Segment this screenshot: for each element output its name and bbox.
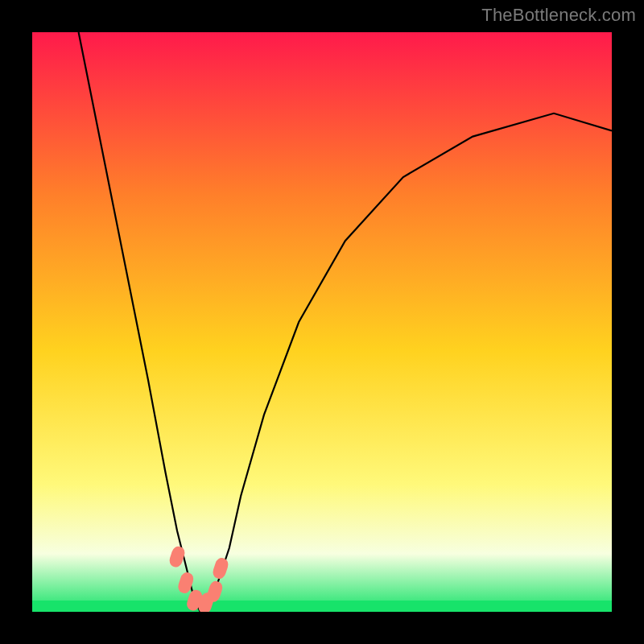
- gradient-background: [32, 32, 612, 612]
- chart-svg: [32, 32, 612, 612]
- chart-frame: TheBottleneck.com: [0, 0, 644, 644]
- bottom-green-band: [32, 601, 612, 612]
- watermark-text: TheBottleneck.com: [481, 5, 636, 26]
- plot-area: [32, 32, 612, 612]
